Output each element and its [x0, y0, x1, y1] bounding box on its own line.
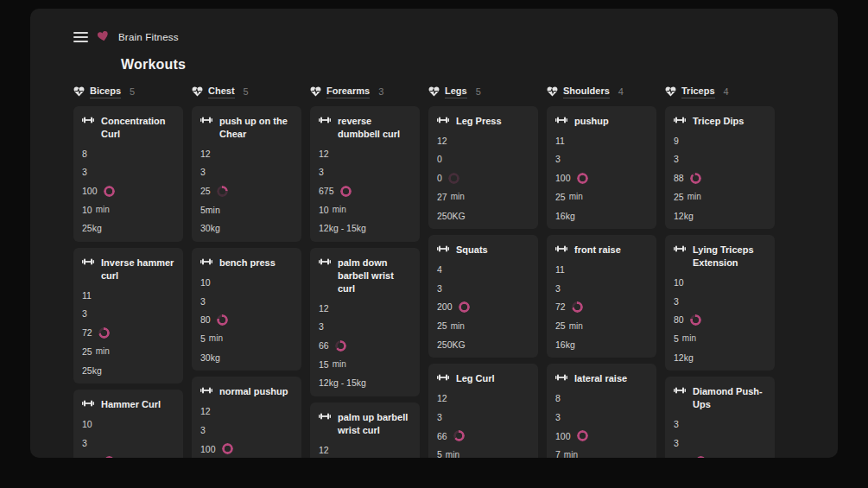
dumbbell-icon [82, 399, 94, 408]
time-unit: min [687, 192, 701, 202]
sets-value: 3 [200, 296, 293, 307]
progress-ring-icon [217, 314, 228, 326]
workout-card[interactable]: lateral raise 8 3 100 7 min 16kg [547, 364, 656, 458]
workout-name: palm down barbell wrist curl [338, 257, 411, 295]
sets-value: 3 [555, 283, 648, 295]
workout-card[interactable]: Concentration Curl 8 3 100 10 min 25kg [73, 106, 183, 242]
workout-board: Biceps 5 Concentration Curl 8 3 100 10 [73, 85, 838, 458]
time-unit: min [569, 192, 583, 202]
weight-value: 25kg [82, 223, 174, 234]
workout-name: Leg Curl [456, 372, 495, 385]
workout-card[interactable]: Lying Triceps Extension 10 3 80 5 min 12… [665, 235, 775, 371]
progress-value: 100 [555, 173, 571, 184]
column-name: Forearms [326, 86, 370, 98]
column-header[interactable]: Triceps 4 [665, 85, 775, 98]
workout-card[interactable]: palm up barbell wrist curl 12 3 91 15 mi… [310, 402, 420, 458]
column-header[interactable]: Biceps 5 [73, 85, 183, 98]
menu-icon[interactable] [73, 32, 88, 42]
time-value: 25 [82, 346, 92, 358]
workout-column: Triceps 4 Tricep Dips 9 3 88 25 [665, 85, 775, 458]
time-unit: min [209, 333, 223, 344]
sets-value: 3 [82, 308, 174, 320]
progress-value: 100 [200, 444, 216, 455]
time-value: 7 [555, 449, 561, 458]
column-count-badge: 5 [244, 86, 249, 97]
time-stat: 10 min [319, 205, 411, 216]
progress-stat: 72 [82, 327, 174, 339]
time-stat: 5 min [437, 449, 529, 458]
column-name: Chest [208, 86, 235, 98]
workout-name: Lying Triceps Extension [693, 244, 766, 269]
workout-card[interactable]: pushup 11 3 100 25 min 16kg [547, 106, 656, 229]
time-value: 25 [555, 192, 566, 203]
workout-card[interactable]: palm down barbell wrist curl 12 3 66 15 … [310, 248, 420, 396]
time-value: 5 [674, 333, 679, 345]
progress-value: 72 [82, 327, 92, 339]
workout-card[interactable]: Tricep Dips 9 3 88 25 min 12kg [665, 106, 775, 229]
progress-ring-icon [104, 456, 115, 458]
workout-name: lateral raise [574, 372, 627, 385]
time-value: 5 [437, 449, 442, 458]
workout-column: Forearms 3 reverse dumbbell curl 12 3 67… [310, 85, 420, 458]
time-unit: min [446, 450, 459, 458]
dumbbell-icon [437, 244, 449, 253]
dumbbell-icon [319, 257, 331, 266]
time-stat: 25 min [674, 192, 766, 203]
progress-stat: 100 [200, 443, 293, 454]
dumbbell-icon [674, 244, 686, 253]
time-stat: 10 min [82, 205, 174, 216]
reps-value: 10 [200, 277, 293, 288]
reps-value: 12 [200, 149, 293, 160]
sets-value: 0 [437, 154, 529, 165]
workout-card[interactable]: reverse dumbbell curl 12 3 675 10 min 12… [310, 106, 420, 242]
reps-value: 10 [674, 277, 766, 288]
weight-value: 30kg [200, 352, 293, 364]
sets-value: 3 [674, 296, 766, 307]
workout-name: Squats [456, 244, 488, 257]
weight-value: 12kg - 15kg [319, 377, 411, 389]
workout-card[interactable]: Inverse hammer curl 11 3 72 25 min 25kg [73, 248, 183, 383]
sets-value: 3 [674, 438, 766, 449]
time-unit: min [569, 321, 583, 332]
workout-name: reverse dumbbell curl [338, 115, 411, 141]
column-header[interactable]: Legs 5 [428, 85, 538, 98]
workout-name: Hammer Curl [101, 398, 161, 411]
workout-card[interactable]: front raise 11 3 72 25 min 16kg [547, 235, 656, 358]
time-unit: min [682, 333, 696, 344]
column-header[interactable]: Forearms 3 [310, 85, 420, 98]
sets-value: 3 [200, 167, 293, 178]
weight-value: 16kg [555, 211, 648, 222]
column-header[interactable]: Shoulders 4 [547, 85, 656, 98]
column-name: Shoulders [563, 86, 610, 98]
time-unit: min [451, 192, 465, 202]
workout-card[interactable]: normal pushup 12 3 100 15 min 30kg [192, 377, 301, 458]
workout-card[interactable]: Leg Press 12 0 0 27 min 250KG [428, 106, 538, 229]
workout-column: Legs 5 Leg Press 12 0 0 27 min [428, 85, 538, 458]
dumbbell-icon [82, 116, 94, 124]
dumbbell-icon [555, 373, 567, 382]
sets-value: 3 [555, 154, 648, 165]
workout-name: Leg Press [456, 115, 502, 128]
reps-value: 12 [437, 393, 529, 404]
progress-stat: 266 [674, 456, 766, 458]
workout-card[interactable]: bench press 10 3 80 5 min 30kg [192, 248, 301, 371]
sets-value: 3 [674, 154, 766, 165]
sets-value: 3 [82, 438, 174, 449]
time-stat: 27 min [437, 192, 529, 203]
app-bar: Brain Fitness [73, 31, 838, 43]
workout-card[interactable]: Hammer Curl 10 3 100 15 min 25kg [73, 390, 183, 458]
workout-name: push up on the Chear [219, 115, 293, 141]
reps-value: 11 [82, 290, 174, 301]
progress-value: 66 [319, 340, 329, 352]
time-unit: min [96, 346, 110, 357]
progress-value: 266 [674, 456, 689, 458]
workout-card[interactable]: Squats 4 3 200 25 min 250KG [428, 235, 538, 358]
time-value: 27 [437, 192, 447, 203]
time-stat: 7 min [555, 449, 648, 458]
workout-card[interactable]: Leg Curl 12 3 66 5 min 250KG [428, 364, 538, 458]
workout-card[interactable]: Diamond Push-Ups 3 3 266 10 min 12kg [665, 377, 775, 458]
weight-value: 30kg [200, 223, 293, 234]
workout-card[interactable]: push up on the Chear 12 3 25 5min 30kg [192, 106, 301, 242]
column-header[interactable]: Chest 5 [192, 85, 301, 98]
dumbbell-icon [319, 116, 331, 124]
